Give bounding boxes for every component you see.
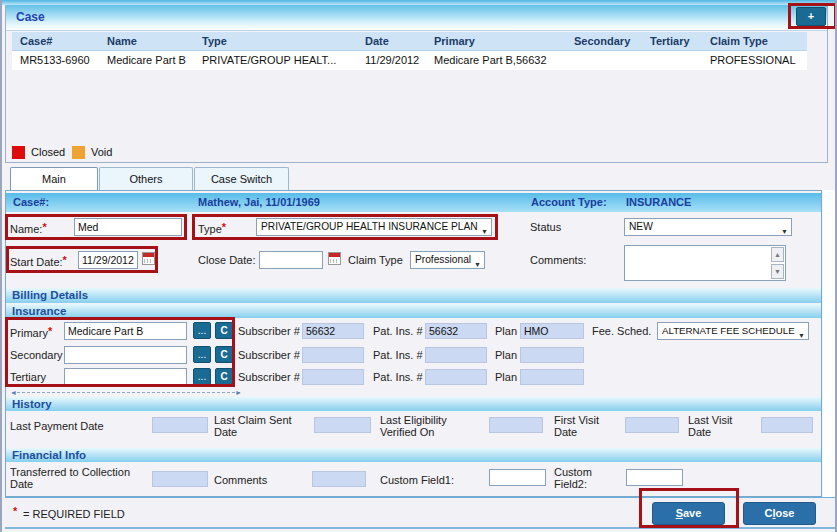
primary-browse-button[interactable]: ...	[193, 322, 211, 339]
secondary-plan-label: Plan	[495, 349, 517, 361]
last-visit-date-input[interactable]	[761, 417, 813, 433]
claim-type-label: Claim Type	[348, 254, 403, 266]
custom-field2-label: Custom Field2:	[554, 466, 600, 490]
custom-field1-input[interactable]	[489, 469, 546, 486]
chevron-down-icon: ▼	[798, 328, 805, 340]
tab-main[interactable]: Main	[10, 167, 98, 190]
custom-field2-input[interactable]	[626, 469, 683, 486]
closed-legend-label: Closed	[31, 146, 65, 158]
primary-plan-input[interactable]: HMO	[520, 323, 584, 339]
financial-comments-input[interactable]	[312, 471, 366, 487]
scroll-left-icon[interactable]: ◄	[10, 389, 17, 396]
scroll-down-icon[interactable]: ▼	[771, 264, 784, 279]
tab-case-switch[interactable]: Case Switch	[194, 167, 289, 190]
case-number-label: Case#:	[13, 196, 49, 208]
start-date-calendar-icon[interactable]	[142, 252, 155, 265]
close-button[interactable]: Close	[743, 502, 816, 525]
col-case-number[interactable]: Case#	[20, 35, 52, 47]
required-star: *	[13, 505, 17, 517]
secondary-subscriber-input[interactable]	[302, 347, 364, 363]
required-note: = REQUIRED FIELD	[23, 508, 125, 520]
cell-type: PRIVATE/GROUP HEALT...	[202, 54, 336, 66]
scroll-up-icon[interactable]: ▲	[771, 247, 784, 262]
col-date[interactable]: Date	[365, 35, 389, 47]
primary-clear-button[interactable]: C	[215, 322, 233, 339]
primary-subscriber-input[interactable]: 56632	[302, 323, 364, 339]
chevron-down-icon: ▼	[781, 224, 788, 236]
close-date-input[interactable]	[259, 251, 323, 269]
secondary-plan-input[interactable]	[520, 347, 584, 363]
type-dropdown[interactable]: PRIVATE/GROUP HEALTH INSURANCE PLAN▼	[256, 218, 492, 236]
custom-field1-label: Custom Field1:	[380, 474, 454, 486]
comments-label: Comments:	[530, 254, 586, 266]
financial-info-bar: Financial Info	[6, 448, 821, 462]
case-number-bar: Case#: Mathew, Jai, 11/01/1969 Account T…	[6, 193, 821, 212]
secondary-pat-ins-input[interactable]	[425, 347, 487, 363]
status-label: Status	[530, 221, 561, 233]
type-label: Type*	[198, 221, 226, 235]
closed-legend-swatch	[12, 146, 25, 159]
comments-textarea[interactable]: ▲ ▼	[624, 245, 786, 281]
secondary-pat-ins-label: Pat. Ins. #	[373, 349, 423, 361]
billing-details-title: Billing Details	[12, 289, 88, 301]
col-primary[interactable]: Primary	[434, 35, 475, 47]
col-name[interactable]: Name	[107, 35, 137, 47]
insurance-bar: Insurance	[6, 304, 821, 318]
last-payment-date-label: Last Payment Date	[10, 420, 104, 432]
chevron-down-icon: ▼	[474, 257, 481, 269]
save-button[interactable]: Save	[652, 502, 725, 525]
secondary-subscriber-label: Subscriber #	[238, 349, 300, 361]
right-gutter	[823, 190, 837, 497]
secondary-insurance-input[interactable]	[64, 346, 187, 364]
cell-case-number: MR5133-6960	[20, 54, 90, 66]
secondary-clear-button[interactable]: C	[215, 346, 233, 363]
close-date-label: Close Date:	[198, 254, 255, 266]
last-payment-date-input[interactable]	[152, 417, 208, 433]
start-date-input[interactable]: 11/29/2012	[78, 251, 138, 269]
transferred-to-collection-input[interactable]	[152, 471, 208, 487]
col-type[interactable]: Type	[202, 35, 227, 47]
financial-comments-label: Comments	[214, 474, 267, 486]
tertiary-clear-button[interactable]: C	[215, 368, 233, 385]
fee-sched-dropdown[interactable]: ALTERNATE FEE SCHEDULE▼	[657, 322, 809, 340]
account-type-value: INSURANCE	[626, 196, 691, 208]
billing-details-bar: Billing Details	[6, 288, 821, 303]
primary-plan-label: Plan	[495, 325, 517, 337]
primary-pat-ins-input[interactable]: 56632	[425, 323, 487, 339]
legend: Closed Void	[12, 146, 312, 160]
tertiary-browse-button[interactable]: ...	[193, 368, 211, 385]
col-secondary[interactable]: Secondary	[574, 35, 630, 47]
secondary-browse-button[interactable]: ...	[193, 346, 211, 363]
case-panel-header: Case	[6, 5, 827, 31]
last-eligibility-verified-label: Last Eligibility Verified On	[380, 414, 484, 438]
cell-name: Medicare Part B	[107, 54, 186, 66]
col-tertiary[interactable]: Tertiary	[650, 35, 690, 47]
status-dropdown[interactable]: NEW▼	[624, 218, 792, 236]
cell-primary: Medicare Part B,56632	[434, 54, 547, 66]
tab-others[interactable]: Others	[99, 167, 193, 190]
name-input[interactable]: Med	[74, 218, 182, 236]
tertiary-insurance-input[interactable]	[64, 368, 187, 386]
last-claim-sent-date-input[interactable]	[314, 417, 371, 433]
footer-bar: * = REQUIRED FIELD Save Close	[5, 497, 836, 529]
tertiary-pat-ins-input[interactable]	[425, 369, 487, 385]
tertiary-subscriber-input[interactable]	[302, 369, 364, 385]
primary-insurance-input[interactable]: Medicare Part B	[64, 322, 187, 340]
tertiary-plan-label: Plan	[495, 371, 517, 383]
start-date-label: Start Date:*	[10, 254, 67, 268]
tertiary-plan-input[interactable]	[520, 369, 584, 385]
last-visit-date-label: Last Visit Date	[688, 414, 740, 438]
last-eligibility-verified-input[interactable]	[489, 417, 543, 433]
first-visit-date-input[interactable]	[625, 417, 679, 433]
table-row[interactable]: MR5133-6960 Medicare Part B PRIVATE/GROU…	[12, 51, 807, 70]
void-legend-swatch	[72, 146, 85, 159]
claim-type-dropdown[interactable]: Professional▼	[410, 251, 485, 269]
col-claim-type[interactable]: Claim Type	[710, 35, 768, 47]
primary-subscriber-label: Subscriber #	[238, 325, 300, 337]
insurance-title: Insurance	[12, 305, 66, 317]
close-date-calendar-icon[interactable]	[328, 252, 341, 265]
add-case-button[interactable]: +	[796, 7, 826, 26]
scroll-right-icon[interactable]: ►	[235, 389, 242, 396]
patient-name: Mathew, Jai, 11/01/1969	[198, 196, 320, 208]
horizontal-scrollbar[interactable]: ◄ ►	[12, 392, 240, 393]
